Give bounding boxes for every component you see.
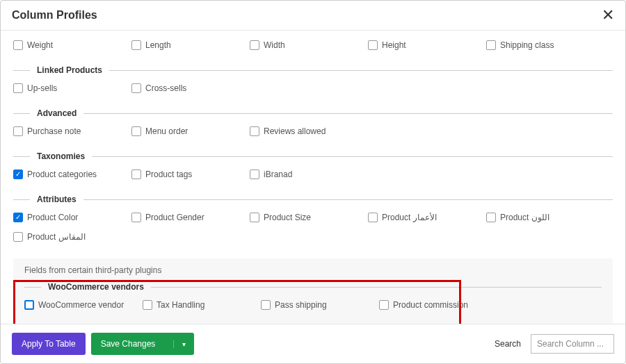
- checkbox-height[interactable]: [368, 40, 378, 50]
- checkbox-product_size[interactable]: [250, 213, 259, 222]
- save-changes-label: Save Changes: [101, 339, 161, 349]
- checkbox-item-reviews_allowed[interactable]: Reviews allowed: [250, 124, 368, 139]
- group-row: WeightLengthWidthHeightShipping class: [13, 38, 613, 53]
- checkbox-label[interactable]: Purchase note: [27, 126, 81, 136]
- checkbox-label[interactable]: Height: [382, 40, 406, 50]
- checkbox-width[interactable]: [250, 40, 259, 50]
- apply-to-table-button[interactable]: Apply To Table: [12, 333, 86, 355]
- checkbox-cross_sells[interactable]: [131, 83, 141, 93]
- checkbox-label[interactable]: Width: [264, 40, 285, 50]
- checkbox-item-product_size[interactable]: Product Size: [250, 210, 368, 225]
- checkbox-reviews_allowed[interactable]: [250, 126, 259, 136]
- checkbox-item-width[interactable]: Width: [250, 38, 368, 53]
- checkbox-product_color[interactable]: [13, 213, 23, 222]
- checkbox-item-shipping_class[interactable]: Shipping class: [486, 38, 604, 53]
- checkbox-length[interactable]: [131, 40, 141, 50]
- checkbox-item-product_gender[interactable]: Product Gender: [131, 210, 250, 225]
- group-title: Attributes: [37, 195, 77, 204]
- checkbox-label[interactable]: Product Color: [27, 213, 78, 222]
- search-input[interactable]: [531, 334, 614, 354]
- close-icon[interactable]: ✕: [602, 8, 614, 23]
- dialog-footer: Apply To Table Save Changes ▾ Search: [1, 324, 625, 363]
- checkbox-wc_vendor[interactable]: [24, 300, 34, 310]
- column-profiles-dialog: Column Profiles ✕ WeightLengthWidthHeigh…: [0, 0, 626, 364]
- checkbox-label[interactable]: WooCommerce vendor: [38, 300, 124, 310]
- group-row: Up-sellsCross-sells: [13, 81, 613, 96]
- checkbox-tax_handling[interactable]: [143, 300, 152, 310]
- checkbox-item-product_commission[interactable]: Product commission: [379, 297, 497, 313]
- checkbox-label[interactable]: Tax Handling: [156, 300, 204, 310]
- checkbox-label[interactable]: Product المقاس: [27, 232, 86, 242]
- checkbox-label[interactable]: Cross-sells: [145, 83, 186, 93]
- checkbox-product_ar1[interactable]: [368, 213, 378, 222]
- checkbox-purchase_note[interactable]: [13, 126, 23, 136]
- checkbox-label[interactable]: Weight: [27, 40, 53, 50]
- checkbox-pass_shipping[interactable]: [261, 300, 271, 310]
- group-title: Taxonomies: [37, 151, 85, 161]
- checkbox-item-menu_order[interactable]: Menu order: [131, 124, 250, 139]
- checkbox-item-product_ar2[interactable]: Product اللون: [486, 210, 604, 225]
- checkbox-label[interactable]: Reviews allowed: [264, 126, 326, 136]
- checkbox-label[interactable]: Product Gender: [145, 213, 204, 222]
- checkbox-item-product_categories[interactable]: Product categories: [13, 167, 131, 182]
- checkbox-item-product_tags[interactable]: Product tags: [131, 167, 250, 182]
- checkbox-item-tax_handling[interactable]: Tax Handling: [143, 297, 261, 313]
- checkbox-label[interactable]: Product commission: [393, 300, 468, 310]
- group-row: Purchase noteMenu orderReviews allowed: [13, 124, 613, 139]
- checkbox-item-wc_vendor[interactable]: WooCommerce vendor: [24, 297, 143, 313]
- checkbox-weight[interactable]: [13, 40, 23, 50]
- group-title: WooCommerce vendors: [48, 282, 144, 292]
- group-advanced: AdvancedPurchase noteMenu orderReviews a…: [13, 108, 613, 139]
- checkbox-item-height[interactable]: Height: [368, 38, 486, 53]
- checkbox-item-product_color[interactable]: Product Color: [13, 210, 131, 225]
- checkbox-product_tags[interactable]: [131, 169, 141, 179]
- checkbox-item-pass_shipping[interactable]: Pass shipping: [261, 297, 379, 313]
- checkbox-label[interactable]: Shipping class: [500, 40, 554, 50]
- checkbox-label[interactable]: Menu order: [145, 126, 188, 136]
- save-changes-button[interactable]: Save Changes ▾: [91, 333, 195, 355]
- checkbox-label[interactable]: Length: [145, 40, 171, 50]
- checkbox-item-product_ar3[interactable]: Product المقاس: [13, 229, 131, 245]
- chevron-down-icon[interactable]: ▾: [173, 340, 194, 348]
- checkbox-up_sells[interactable]: [13, 83, 23, 93]
- group-header: Attributes: [13, 195, 613, 204]
- group-header: Linked Products: [13, 65, 613, 75]
- group-linked: Linked ProductsUp-sellsCross-sells: [13, 65, 613, 96]
- group-header: Taxonomies: [13, 151, 613, 161]
- checkbox-label[interactable]: Product Size: [264, 213, 311, 222]
- checkbox-item-length[interactable]: Length: [131, 38, 250, 53]
- checkbox-item-ibranad[interactable]: iBranad: [250, 167, 368, 182]
- checkbox-label[interactable]: Product tags: [145, 169, 192, 179]
- checkbox-item-purchase_note[interactable]: Purchase note: [13, 124, 131, 139]
- checkbox-item-product_ar1[interactable]: Product الأعمار: [368, 210, 486, 225]
- group-row: Product categoriesProduct tagsiBranad: [13, 167, 613, 182]
- checkbox-label[interactable]: Product categories: [27, 169, 97, 179]
- dialog-body[interactable]: WeightLengthWidthHeightShipping classLin…: [1, 31, 625, 324]
- dialog-title: Column Profiles: [12, 9, 97, 22]
- group-wc_vendors: WooCommerce vendorsWooCommerce vendorTax…: [24, 282, 602, 313]
- checkbox-label[interactable]: Product الأعمار: [382, 213, 437, 222]
- group-shipping: WeightLengthWidthHeightShipping class: [13, 38, 613, 53]
- dialog-header: Column Profiles ✕: [1, 1, 625, 31]
- checkbox-product_ar3[interactable]: [13, 232, 23, 242]
- checkbox-item-up_sells[interactable]: Up-sells: [13, 81, 131, 96]
- checkbox-product_gender[interactable]: [131, 213, 141, 222]
- checkbox-ibranad[interactable]: [250, 169, 259, 179]
- checkbox-label[interactable]: Pass shipping: [275, 300, 327, 310]
- checkbox-product_commission[interactable]: [379, 300, 389, 310]
- group-row: Product ColorProduct GenderProduct SizeP…: [13, 210, 613, 225]
- checkbox-item-weight[interactable]: Weight: [13, 38, 131, 53]
- checkbox-item-cross_sells[interactable]: Cross-sells: [131, 81, 250, 96]
- checkbox-label[interactable]: Up-sells: [27, 83, 57, 93]
- checkbox-product_ar2[interactable]: [486, 213, 496, 222]
- third-party-section: Fields from certain third-party plugins …: [13, 258, 613, 324]
- group-row: WooCommerce vendorTax HandlingPass shipp…: [24, 297, 602, 313]
- checkbox-shipping_class[interactable]: [486, 40, 496, 50]
- checkbox-menu_order[interactable]: [131, 126, 141, 136]
- group-taxonomies: TaxonomiesProduct categoriesProduct tags…: [13, 151, 613, 182]
- checkbox-label[interactable]: Product اللون: [500, 213, 549, 222]
- group-title: Advanced: [37, 108, 77, 118]
- checkbox-label[interactable]: iBranad: [264, 169, 292, 179]
- checkbox-product_categories[interactable]: [13, 169, 23, 179]
- third-party-title: Fields from certain third-party plugins: [24, 265, 602, 275]
